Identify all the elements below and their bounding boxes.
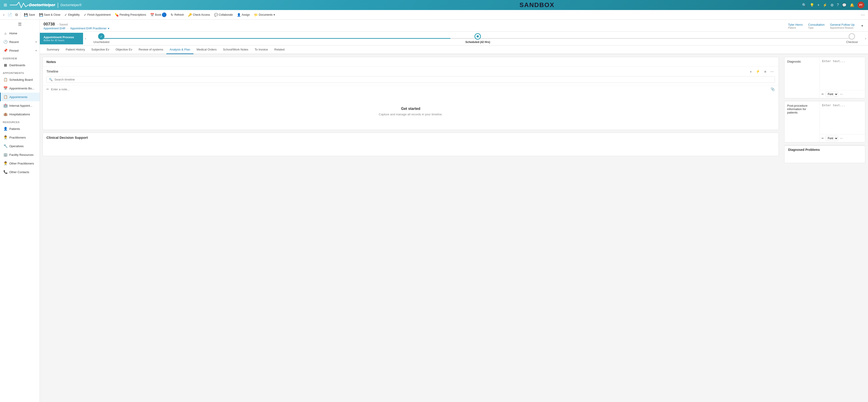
breadcrumb-dropdown-button[interactable]: ▾ [107, 27, 110, 30]
post-proc-font-select[interactable]: Font [826, 136, 838, 141]
diagnostic-format-button[interactable]: ✏ [822, 93, 824, 96]
book-icon: 📅 [150, 13, 154, 17]
tab-subjective-ev[interactable]: Subjective Ev [88, 45, 113, 54]
eligibility-button[interactable]: ✓ Elegibility [63, 12, 82, 18]
save-icon: 💾 [24, 13, 28, 17]
tab-summary[interactable]: Summary [43, 45, 63, 54]
grid-icon[interactable]: ⊞ [4, 2, 7, 7]
content-area: 00738 - Saved Appointment EHR · Appointm… [40, 20, 868, 402]
reason-label: Appointment Reason [830, 26, 855, 29]
hamburger-button[interactable]: ☰ [0, 20, 40, 29]
assign-icon: 👤 [237, 13, 241, 17]
user-avatar[interactable]: PT [858, 2, 864, 8]
pending-prescriptions-button[interactable]: 💊 Pending Prescriptions [113, 12, 148, 18]
format-icon: ✏ [822, 93, 824, 96]
search-timeline-input[interactable] [54, 78, 772, 81]
sidebar-item-appointments-board[interactable]: 📅 Appointments Bo... [0, 84, 40, 93]
more-button[interactable]: ⋯ [859, 11, 866, 18]
filter-icon[interactable]: ⚡ [823, 3, 827, 7]
finish-appointment-button[interactable]: ✓ Finish Appointment [82, 12, 113, 18]
sidebar-item-patients[interactable]: 👤 Patients [0, 124, 40, 133]
notifications-icon[interactable]: 🔔 [850, 3, 854, 7]
plus-icon[interactable]: + [817, 3, 819, 7]
patient-name[interactable]: Tyler Herro [788, 23, 803, 26]
sandbox-title: SANDBOX [275, 1, 799, 9]
sidebar-item-home[interactable]: ⌂ Home [0, 29, 40, 37]
filter-timeline-button[interactable]: ⚡ [755, 69, 761, 74]
check-access-button[interactable]: 🔑 Check Access [186, 12, 212, 18]
settings-icon[interactable]: ⚙ [831, 3, 834, 7]
add-timeline-button[interactable]: + [748, 69, 753, 74]
sidebar-item-pinned[interactable]: 📌 Pinned ▾ [0, 46, 40, 55]
tab-to-invoice[interactable]: To Invoice [251, 45, 271, 54]
post-proc-more-button[interactable]: ⋯ [840, 137, 843, 140]
appointment-reason[interactable]: General Follow Up [830, 23, 855, 26]
tab-analysis-plan[interactable]: Analysis & Plan [166, 45, 193, 54]
back-button[interactable]: ‹ [2, 12, 6, 18]
progress-next-button[interactable]: › [863, 32, 868, 45]
appointments-board-icon: 📅 [3, 86, 7, 90]
sidebar-item-dashboards[interactable]: ▦ Dashboards [0, 61, 40, 69]
expand-record-button[interactable]: ▾ [860, 23, 864, 28]
collaborate-button[interactable]: 💬 Collaborate [212, 12, 235, 18]
progress-label[interactable]: Appointment Process Active for 42 hours [40, 33, 83, 44]
chat-icon[interactable]: 💬 [842, 3, 847, 7]
sidebar-item-other-practitioners[interactable]: 👨‍⚕️ Other Practitioners [0, 159, 40, 168]
help-icon[interactable]: ? [837, 3, 839, 7]
sidebar-item-practitioners[interactable]: 👨‍⚕️ Practitioners [0, 133, 40, 142]
sidebar-item-facility-resources[interactable]: 🏢 Facility Resources [0, 150, 40, 159]
tab-review-systems[interactable]: Review of systems [135, 45, 166, 54]
diagnostic-textarea[interactable] [820, 57, 865, 90]
diagnostic-more-button[interactable]: ⋯ [840, 93, 843, 96]
form-icon[interactable]: 📄 [6, 11, 13, 18]
internal-appt-icon: 🏥 [3, 103, 7, 107]
sidebar-item-label: Dashboards [9, 63, 25, 67]
sidebar-item-label: Recent [9, 40, 19, 44]
tab-patient-history[interactable]: Patient History [63, 45, 88, 54]
lightbulb-icon[interactable]: 💡 [810, 3, 814, 7]
other-practitioners-icon: 👨‍⚕️ [3, 161, 7, 165]
search-icon[interactable]: 🔍 [802, 3, 807, 7]
step-circle-checkout [849, 33, 855, 39]
progress-section: Appointment Process Active for 42 hours … [40, 32, 868, 45]
note-input[interactable] [51, 88, 769, 91]
refresh-button[interactable]: ↻ Refresh [169, 12, 186, 18]
main-layout: ☰ ⌂ Home 🕐 Recent ▾ 📌 Pinned ▾ Overview … [0, 20, 868, 402]
diagnostic-font-select[interactable]: Font [826, 92, 838, 97]
sidebar-item-scheduling-board[interactable]: 📋 Scheduling Board [0, 75, 40, 84]
sidebar-item-other-contacts[interactable]: 📞 Other Contacts [0, 168, 40, 176]
diagnostic-row: Diagnostic ✏ Font ⋯ [784, 57, 865, 98]
breadcrumb-link-2[interactable]: Appointment EHR Practitioner [70, 27, 106, 30]
assign-button[interactable]: 👤 Assign [235, 12, 252, 18]
save-button[interactable]: 💾 Save [22, 12, 37, 18]
layout-timeline-button[interactable]: ≡ [763, 69, 767, 74]
sidebar-item-operatives[interactable]: 🔧 Operatives [0, 142, 40, 150]
duplicate-icon[interactable]: ⧉ [14, 12, 19, 18]
save-close-button[interactable]: 💾 Save & Close [37, 12, 62, 18]
type-label: Type [808, 26, 825, 29]
more-timeline-button[interactable]: ⋯ [769, 69, 775, 74]
sidebar-item-label: Appointments Bo... [9, 87, 34, 90]
cds-card: Clinical Decision Support [42, 133, 779, 156]
progress-prev-button[interactable]: ‹ [83, 32, 88, 45]
sidebar-item-hospitalizations[interactable]: 🏨 Hospitalizations [0, 110, 40, 119]
tab-related[interactable]: Related [271, 45, 288, 54]
breadcrumb-link-1[interactable]: Appointment EHR [43, 27, 65, 30]
sidebar-item-internal-appointments[interactable]: 🏥 Internal Appoint... [0, 101, 40, 110]
sidebar-item-appointments[interactable]: 📋 Appointments [0, 93, 40, 101]
attachment-icon[interactable]: 📎 [771, 87, 775, 91]
notes-title: Notes [46, 60, 56, 64]
practitioners-icon: 👨‍⚕️ [3, 135, 7, 140]
book-button[interactable]: 📅 Book 🔵 [148, 11, 168, 18]
post-proc-format-button[interactable]: ✏ [822, 137, 824, 140]
documents-button[interactable]: 📁 Documents ▾ [252, 12, 277, 18]
tab-school-work-notes[interactable]: School/Work Notes [220, 45, 251, 54]
patient-label: Patient [788, 26, 803, 29]
post-procedure-textarea[interactable] [820, 101, 865, 134]
appointment-type[interactable]: Consultation [808, 23, 825, 26]
sidebar-item-recent[interactable]: 🕐 Recent ▾ [0, 37, 40, 46]
tab-medical-orders[interactable]: Medical Orders [193, 45, 220, 54]
post-procedure-card: Post-procedure information for patients … [784, 101, 865, 143]
tab-objective-ev[interactable]: Objective Ev [113, 45, 135, 54]
sidebar-item-label: Home [9, 32, 17, 35]
